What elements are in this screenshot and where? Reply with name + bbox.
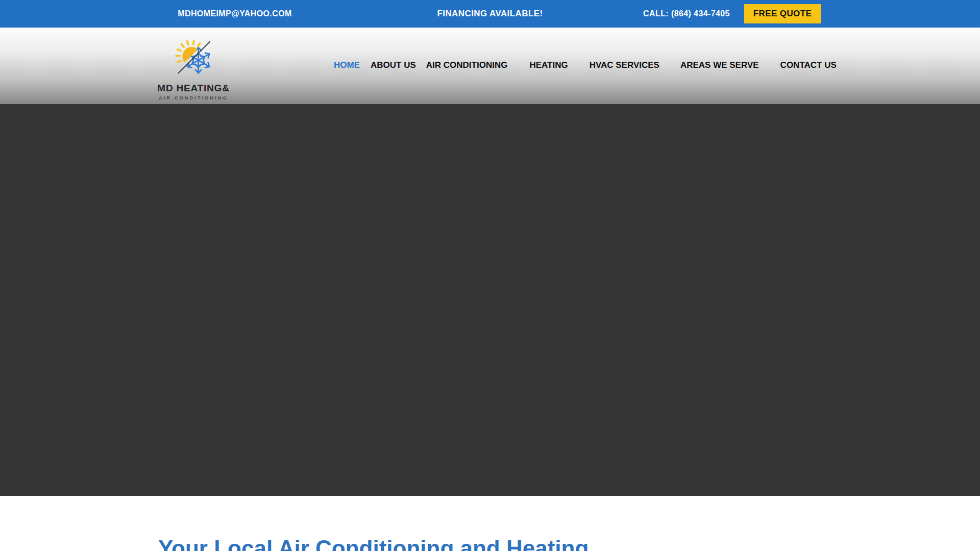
content-section: Your Local Air Conditioning and Heating bbox=[0, 496, 980, 551]
financing-banner: FINANCING AVAILABLE! bbox=[388, 0, 592, 28]
section-heading: Your Local Air Conditioning and Heating bbox=[158, 536, 589, 551]
topbar-phone-link[interactable]: CALL: (864) 434-7405 bbox=[628, 0, 745, 28]
main-menu: HOME ABOUT US AIR CONDITIONING HEATING H… bbox=[334, 58, 837, 73]
navbar: MD HEATING& AIR CONDITIONING HOME ABOUT … bbox=[0, 28, 980, 104]
logo-subtitle: AIR CONDITIONING bbox=[159, 95, 228, 101]
nav-item-hvac-services[interactable]: HVAC SERVICES bbox=[590, 60, 659, 70]
sun-icon bbox=[182, 47, 198, 62]
nav-item-air-conditioning[interactable]: AIR CONDITIONING bbox=[426, 60, 508, 70]
topbar-email-link[interactable]: MDHOMEIMP@YAHOO.COM bbox=[133, 0, 337, 28]
nav-item-about-us[interactable]: ABOUT US bbox=[371, 60, 416, 70]
nav-item-areas-we-serve[interactable]: AREAS WE SERVE bbox=[680, 60, 759, 70]
hero-image-placeholder bbox=[0, 104, 980, 496]
nav-item-home[interactable]: HOME bbox=[334, 60, 360, 70]
nav-item-contact-us[interactable]: CONTACT US bbox=[780, 60, 837, 70]
logo-title: MD HEATING& bbox=[157, 83, 229, 94]
free-quote-button[interactable]: FREE QUOTE bbox=[744, 4, 821, 23]
nav-item-heating[interactable]: HEATING bbox=[529, 60, 568, 70]
topbar: MDHOMEIMP@YAHOO.COM FINANCING AVAILABLE!… bbox=[0, 0, 980, 28]
sun-snowflake-icon bbox=[168, 33, 219, 82]
logo[interactable]: MD HEATING& AIR CONDITIONING bbox=[155, 33, 232, 101]
